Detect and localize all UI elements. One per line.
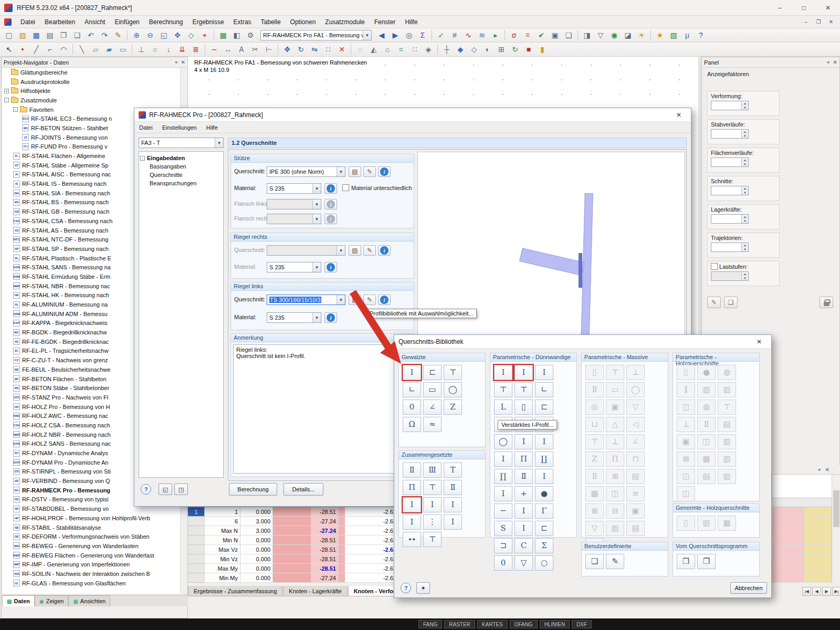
toolbar-snap-button[interactable]: ◈ bbox=[422, 44, 435, 55]
angle-thin-profile-button[interactable]: ∟ bbox=[535, 382, 553, 397]
timber-log-profile-button[interactable]: ◍ bbox=[718, 365, 736, 380]
toolbar-units-button[interactable]: µ bbox=[681, 29, 694, 41]
toolbar-moment-diagram-button[interactable]: ∿ bbox=[462, 29, 475, 41]
timber-round-profile-button[interactable]: ● bbox=[697, 365, 716, 380]
toolbar-previous-button[interactable]: ◀ bbox=[375, 29, 388, 41]
statusbar-fang-toggle[interactable]: FANG bbox=[418, 620, 442, 628]
flat-bar-profile-button[interactable]: ─ bbox=[494, 503, 512, 519]
expander-icon[interactable]: - bbox=[4, 98, 9, 102]
panel-copy-button[interactable]: ❏ bbox=[724, 297, 738, 308]
reinforced-i-profile-button[interactable]: Ⅰ bbox=[403, 497, 421, 512]
t-bar-profile-button[interactable]: ⊤ bbox=[423, 532, 442, 547]
navigator-item[interactable]: HPRF-HOHLPROF - Bemessung von Hohlprofil… bbox=[2, 513, 181, 523]
toolbar-pointer-button[interactable]: ↖ bbox=[3, 44, 15, 55]
hat-2-profile-button[interactable]: ∐ bbox=[535, 452, 553, 467]
table-tab[interactable]: Ergebnisse - Zusammenfassung bbox=[188, 586, 282, 596]
toolbar-support-button[interactable]: ⊥ bbox=[135, 44, 148, 55]
i-welded-profile-button[interactable]: Ⅰ bbox=[444, 497, 462, 512]
triangle-solid-profile-button[interactable]: △ bbox=[606, 417, 624, 432]
expander-icon[interactable]: + bbox=[4, 89, 9, 93]
menu-tabelle[interactable]: Tabelle bbox=[256, 16, 286, 28]
menu-zusatzmodule[interactable]: Zusatzmodule bbox=[320, 16, 369, 28]
toolbar-deformation-button[interactable]: ≋ bbox=[476, 29, 488, 41]
chevron-down-icon[interactable]: ▼ bbox=[215, 138, 223, 148]
berechnung-button[interactable]: Berechnung bbox=[229, 483, 277, 496]
toolbar-show-results-button[interactable]: ✓ bbox=[435, 29, 447, 41]
pi-composed-profile-button[interactable]: Π bbox=[403, 480, 421, 495]
clt-3-profile-button[interactable]: ◫ bbox=[677, 469, 695, 484]
double-web-profile-button[interactable]: Ⅱ bbox=[514, 469, 533, 484]
tree-item-basisangaben[interactable]: Basisangaben bbox=[140, 162, 222, 171]
navigator-item[interactable]: +Hilfsobjekte bbox=[2, 86, 181, 96]
menu-optionen[interactable]: Optionen bbox=[286, 16, 321, 28]
toolbar-text-button[interactable]: A bbox=[235, 44, 248, 55]
flat-solid-profile-button[interactable]: ▭ bbox=[606, 382, 624, 397]
chevron-down-icon[interactable]: ▼ bbox=[337, 167, 345, 176]
i-asymmetric-profile-button[interactable]: Ⅰ bbox=[514, 365, 533, 380]
timber-i-profile-button[interactable]: ◫ bbox=[697, 434, 716, 449]
t-profile-profile-button[interactable]: ⊤ bbox=[444, 365, 462, 380]
toolbar-isometric-view-button[interactable]: ◇ bbox=[185, 29, 197, 41]
menu-extras[interactable]: Extras bbox=[229, 16, 256, 28]
i-plate-profile-button[interactable]: Ⅰ bbox=[423, 497, 442, 512]
menu-ansicht[interactable]: Ansicht bbox=[80, 16, 110, 28]
c-round-profile-button[interactable]: C bbox=[514, 538, 533, 553]
angle-profile-button[interactable]: ∠ bbox=[423, 400, 442, 415]
toolbar-page-preview-button[interactable]: ❐ bbox=[57, 29, 70, 41]
t-plate-profile-button[interactable]: ⊤ bbox=[423, 480, 442, 495]
toolbar-stress-points-button[interactable]: σ bbox=[508, 29, 520, 41]
stacked-profile-button[interactable]: ⋮ bbox=[423, 514, 442, 530]
material-info-button[interactable]: i bbox=[324, 312, 337, 323]
toolbar-move-button[interactable]: ✥ bbox=[281, 44, 293, 55]
navigator-item[interactable]: SBRF-STABIL - Stabilitätsanalyse bbox=[2, 523, 181, 532]
help-button[interactable]: ? bbox=[141, 484, 151, 495]
menu-einfügen[interactable]: Einfügen bbox=[110, 16, 144, 28]
dialog-title-bar[interactable]: RF-RAHMECK Pro - [200827_Rahmeck] ✕ bbox=[134, 108, 691, 122]
active-module-combo[interactable]: RF-RAHMECK Pro FA1 - Bemessung vor▼ bbox=[260, 30, 372, 40]
timber-rect-profile-button[interactable]: ▯ bbox=[677, 365, 695, 380]
riegel-links-querschnitt-combo[interactable]: TS 300/160/15/10/3 ▼ bbox=[267, 295, 345, 305]
l-angle-profile-button[interactable]: ∟ bbox=[403, 382, 421, 397]
toolbar-panel-toggle-button[interactable]: ◨ bbox=[581, 29, 593, 41]
i-profile-profile-button[interactable]: Ⅰ bbox=[403, 365, 421, 380]
chevron-down-icon[interactable]: ▼ bbox=[312, 262, 321, 272]
statusbar-raster-toggle[interactable]: RASTER bbox=[444, 620, 475, 628]
clt-1-profile-button[interactable]: ▦ bbox=[697, 452, 716, 467]
spin-down-icon[interactable]: ▼ bbox=[742, 134, 748, 138]
menu-ergebnisse[interactable]: Ergebnisse bbox=[188, 16, 229, 28]
hat-1-profile-button[interactable]: П bbox=[514, 452, 533, 467]
factor-spinner[interactable]: ▲▼ bbox=[711, 214, 749, 224]
triangle-thin-profile-button[interactable]: ▽ bbox=[514, 555, 533, 571]
c-lipped-profile-button[interactable]: ⊏ bbox=[535, 521, 553, 536]
child-restore-button[interactable]: ❐ bbox=[813, 17, 824, 27]
navigator-item[interactable]: DERF-DEFORM - Verformungsnachweis von St… bbox=[2, 532, 181, 541]
pin-icon[interactable]: ⌖ bbox=[175, 59, 178, 66]
toolbar-excel-export-button[interactable]: ▧ bbox=[667, 29, 680, 41]
boxed-i-profile-button[interactable]: Ⅰ bbox=[444, 514, 462, 530]
toolbar-work-plane-button[interactable]: ⌗ bbox=[395, 44, 407, 55]
section-import-button[interactable]: ✎ bbox=[363, 245, 376, 256]
circle-solid-profile-button[interactable]: ◯ bbox=[626, 382, 645, 397]
statusbar-ofang-toggle[interactable]: OFANG bbox=[510, 620, 538, 628]
section-info-button[interactable]: i bbox=[378, 166, 391, 177]
slab-2-profile-button[interactable]: ▦ bbox=[585, 486, 604, 501]
toolbar-save-button[interactable]: ▦ bbox=[30, 29, 43, 41]
toolbar-stop-button[interactable]: ■ bbox=[522, 44, 535, 55]
toolbar-print-button[interactable]: ▤ bbox=[44, 29, 56, 41]
z-profile-profile-button[interactable]: Z bbox=[444, 400, 462, 415]
box-core-profile-button[interactable]: ▣ bbox=[626, 503, 645, 519]
t-thin-profile-button[interactable]: ⊤ bbox=[494, 382, 512, 397]
box-thin-profile-button[interactable]: ▯ bbox=[514, 400, 533, 415]
panel-edit-button[interactable]: ✎ bbox=[707, 297, 721, 308]
toolbar-calculation-button[interactable]: = bbox=[521, 29, 534, 41]
toolbar-margin-view-button[interactable]: ⊞ bbox=[495, 44, 508, 55]
toolbar-undo-button[interactable]: ↶ bbox=[85, 29, 97, 41]
toolbar-imperfection-button[interactable]: ∼ bbox=[208, 44, 220, 55]
navigator-item[interactable]: SOIRF-SOILIN - Nachweis der Interaktion … bbox=[2, 569, 181, 579]
ribbed-2-profile-button[interactable]: ▤ bbox=[626, 521, 645, 536]
toolbar-surface-button[interactable]: ▱ bbox=[89, 44, 102, 55]
angle-solid-profile-button[interactable]: ∠ bbox=[626, 434, 645, 449]
channel-solid-profile-button[interactable]: П bbox=[606, 452, 624, 467]
hat-3-profile-button[interactable]: ∏ bbox=[494, 469, 512, 484]
expander-icon[interactable]: - bbox=[13, 107, 18, 112]
